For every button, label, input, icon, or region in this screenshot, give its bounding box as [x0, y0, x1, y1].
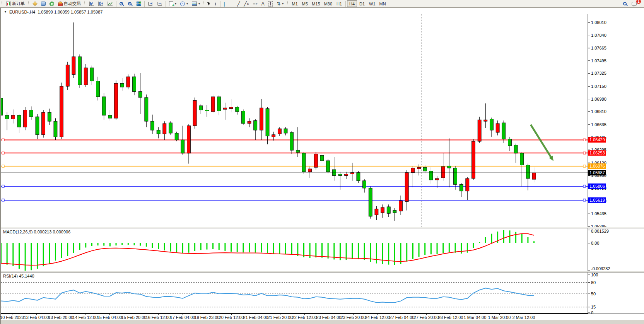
hline-right-marker[interactable] — [583, 199, 586, 201]
timeframe-button-d1[interactable]: D1 — [357, 0, 367, 7]
candle-body — [332, 170, 336, 175]
rsi-panel[interactable]: 1008050150 — [1, 273, 644, 314]
timeframe-button-h1[interactable]: H1 — [334, 0, 344, 7]
crosshair-button[interactable]: + — [212, 0, 219, 7]
vertical-line-button[interactable]: | — [222, 0, 227, 7]
periods-button[interactable]: ▾ — [178, 0, 190, 7]
time-axis-label: 24 Feb 12:00 — [365, 315, 390, 320]
trend-arrow-annotation[interactable] — [531, 125, 552, 159]
chart-ohlc-values: 1.05899 1.06059 1.05857 1.05987 — [38, 10, 102, 14]
hline-right-marker[interactable] — [583, 185, 586, 187]
timeframe-button-w1[interactable]: W1 — [367, 0, 378, 7]
hline-left-marker[interactable] — [2, 165, 4, 167]
time-axis-label: 1 Mar 20:00 — [488, 315, 511, 320]
indicators-button[interactable]: ▾ — [167, 0, 178, 7]
candle-body — [369, 188, 372, 216]
hline-right-marker[interactable] — [583, 139, 586, 141]
search-button[interactable] — [621, 0, 630, 7]
fibonacci-sub-label: F — [256, 2, 258, 5]
toolbar: 新订单 自动交易 + − ▾ ▾ ▾ + | — ╱ — [0, 0, 644, 8]
channel-button[interactable]: ╱ E — [242, 0, 251, 7]
candle-body — [460, 184, 463, 191]
search-icon — [623, 2, 627, 5]
horizontal-line-button[interactable]: — — [227, 0, 235, 7]
new-order-button[interactable]: 新订单 — [4, 0, 27, 7]
time-axis-tick — [183, 314, 183, 315]
candle-body — [308, 169, 312, 172]
time-axis-label: 2 Mar 12:00 — [512, 315, 535, 320]
timeframe-button-m5[interactable]: M5 — [300, 0, 310, 7]
bar-chart-button[interactable] — [87, 0, 96, 7]
indicators-dropdown-icon[interactable]: ▾ — [175, 2, 176, 5]
timeframe-toolbar: M1M5M15M30H1H4D1W1MN — [290, 0, 388, 7]
channel-sub-label: E — [247, 2, 249, 5]
cursor-icon — [207, 1, 211, 6]
candle-body — [199, 106, 203, 110]
time-axis[interactable]: 10 Feb 202313 Feb 04:0013 Feb 20:0014 Fe… — [1, 314, 644, 320]
time-axis-label: 14 Feb 12:00 — [73, 315, 98, 320]
arrows-dropdown-icon[interactable]: ▾ — [282, 2, 284, 5]
hline-left-marker[interactable] — [2, 199, 4, 201]
candle-body — [429, 171, 433, 180]
timeframe-button-h4[interactable]: H4 — [347, 0, 357, 7]
toolbar-grip[interactable] — [28, 1, 30, 7]
price-axis-tick-label: 1.06810 — [591, 109, 606, 114]
candle-body — [193, 101, 196, 126]
candle-body — [532, 173, 536, 179]
toolbar-grip[interactable] — [203, 1, 205, 7]
candle-body — [326, 161, 330, 172]
autotrading-button[interactable]: 自动交易 — [56, 0, 83, 7]
hline-right-marker[interactable] — [583, 152, 586, 154]
chart-shift-button[interactable] — [155, 0, 164, 7]
hline-left-marker[interactable] — [2, 185, 4, 187]
candle-body — [163, 123, 166, 134]
time-axis-label: 27 Feb 04:00 — [389, 315, 415, 320]
notifications-button[interactable]: 1 — [630, 0, 639, 7]
toolbar-grip[interactable] — [1, 1, 3, 7]
clock-icon — [180, 2, 185, 6]
zoom-out-button[interactable]: − — [126, 0, 135, 7]
timeframe-button-mn[interactable]: MN — [378, 0, 388, 7]
signals-button[interactable] — [48, 0, 56, 7]
trendline-icon: ╱ — [237, 2, 240, 6]
rsi-axis-tick-label: 15 — [591, 305, 596, 309]
periods-dropdown-icon[interactable]: ▾ — [186, 2, 188, 5]
line-chart-button[interactable] — [106, 0, 115, 7]
cursor-button[interactable] — [206, 0, 212, 7]
candle-body — [508, 139, 511, 146]
candlestick-button[interactable] — [96, 0, 106, 7]
new-order-label: 新订单 — [12, 1, 25, 7]
trendline-button[interactable]: ╱ — [235, 0, 242, 7]
macd-panel[interactable]: 0.0015290.00-0.003232 — [1, 228, 644, 271]
fibonacci-button[interactable]: ≡ F — [251, 0, 260, 7]
time-axis-label: 21 Feb 20:00 — [268, 315, 293, 320]
zoom-in-button[interactable]: + — [118, 0, 126, 7]
toolbar-grip[interactable] — [287, 1, 289, 7]
tile-windows-button[interactable] — [135, 0, 143, 7]
hline-left-marker[interactable] — [2, 139, 4, 141]
text-label-button[interactable]: T — [266, 0, 275, 7]
collapse-trade-panel-icon[interactable]: ▼ — [4, 10, 7, 14]
candle-body — [17, 115, 21, 127]
candle-body — [42, 112, 45, 135]
timeframe-button-m1[interactable]: M1 — [290, 0, 300, 7]
time-axis-tick — [158, 314, 159, 315]
macd-axis-tick-label: 0.001529 — [591, 229, 609, 233]
text-tool-button[interactable]: A — [260, 0, 266, 7]
candle-body — [320, 156, 324, 161]
toolbar-grip[interactable] — [84, 1, 86, 7]
price-chart-panel[interactable]: 1.080101.078401.076651.074951.073251.071… — [1, 14, 644, 227]
hline-left-marker[interactable] — [2, 152, 4, 154]
timeframe-button-m30[interactable]: M30 — [322, 0, 334, 7]
time-axis-label: 16 Feb 12:00 — [146, 315, 171, 320]
auto-scroll-button[interactable] — [146, 0, 155, 7]
arrows-tool-button[interactable]: ⇅ ▾ — [275, 0, 285, 7]
hline-right-marker[interactable] — [583, 165, 586, 167]
profiles-button[interactable] — [39, 0, 48, 7]
price-tag-label: 1.05619 — [589, 198, 605, 202]
charts-button[interactable] — [31, 0, 39, 7]
timeframe-button-m15[interactable]: M15 — [310, 0, 322, 7]
templates-button[interactable]: ▾ — [190, 0, 202, 7]
candle-body — [393, 211, 396, 213]
templates-dropdown-icon[interactable]: ▾ — [198, 2, 200, 5]
